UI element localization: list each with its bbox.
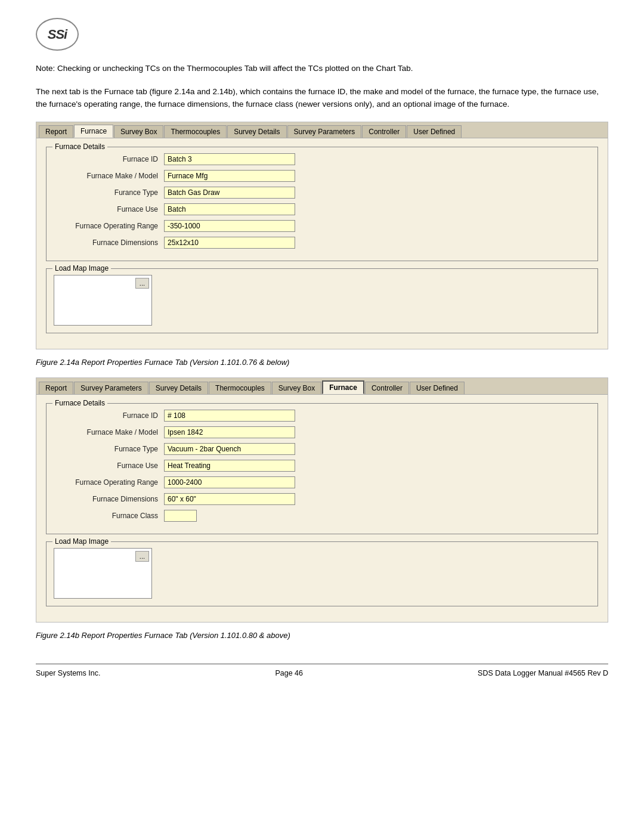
logo: SSi [36,18,79,51]
figure-b-body: Furnace Details Furnace ID Furnace Make … [36,395,608,622]
figure-b-browse-button[interactable]: ... [135,551,149,562]
tab-b-surveyparams[interactable]: Survey Parameters [74,382,148,394]
input-furnace-make-a[interactable] [164,170,295,182]
tab-b-furnace[interactable]: Furnace [322,380,364,394]
logo-text: SSi [48,27,67,42]
input-furnace-class-b[interactable] [164,510,197,522]
input-furnace-id-b[interactable] [164,410,295,422]
figure-a-furnace-details-label: Furnace Details [52,143,107,151]
figure-b-furnace-details-group: Furnace Details Furnace ID Furnace Make … [46,403,598,534]
figure-b-caption: Figure 2.14b Report Properties Furnace T… [36,631,608,640]
intro-paragraph: The next tab is the Furnace tab (figure … [36,86,608,111]
figure-b-tab-bar: Report Survey Parameters Survey Details … [36,378,608,395]
row-furnace-make-a: Furnace Make / Model [54,170,590,182]
row-furnace-use-b: Furnace Use [54,460,590,472]
tab-b-surveydetails[interactable]: Survey Details [149,382,208,394]
row-furnace-dims-a: Furnace Dimensions [54,237,590,249]
tab-b-controller[interactable]: Controller [365,382,409,394]
tab-a-surveydetails[interactable]: Survey Details [227,125,286,138]
input-furnace-use-b[interactable] [164,460,295,472]
row-furnace-type-b: Furnace Type [54,443,590,455]
label-furnace-type-b: Furnace Type [54,445,164,453]
figure-a-container: Report Furnace Survey Box Thermocouples … [36,122,608,349]
tab-a-surveyparams[interactable]: Survey Parameters [287,125,362,138]
tab-a-thermocouples[interactable]: Thermocouples [164,125,227,138]
row-furnace-dims-b: Furnace Dimensions [54,493,590,505]
row-furnace-class-b: Furnace Class [54,510,590,522]
footer-center: Page 46 [275,669,303,677]
row-furnace-id-b: Furnace ID [54,410,590,422]
figure-b-container: Report Survey Parameters Survey Details … [36,377,608,623]
label-furnace-use-a: Furnace Use [54,205,164,213]
figure-b-loadmap-group: Load Map Image ... [46,541,598,606]
figure-a-tab-bar: Report Furnace Survey Box Thermocouples … [36,122,608,138]
label-furnace-id-b: Furnace ID [54,411,164,420]
input-furnace-id-a[interactable] [164,153,295,165]
row-furnace-use-a: Furnace Use [54,203,590,215]
note-paragraph: Note: Checking or unchecking TCs on the … [36,63,608,75]
label-furnace-make-b: Furnace Make / Model [54,428,164,436]
figure-a-browse-button[interactable]: ... [135,278,149,289]
figure-b-image-placeholder: ... [54,548,152,599]
figure-a-loadmap-group: Load Map Image ... [46,268,598,333]
label-furnace-use-b: Furnace Use [54,462,164,470]
input-furnace-type-a[interactable] [164,187,295,199]
tab-b-surveybox[interactable]: Survey Box [272,382,321,394]
tab-a-furnace[interactable]: Furnace [74,125,113,138]
row-furnace-type-a: Furance Type [54,187,590,199]
label-furnace-dims-b: Furnace Dimensions [54,495,164,503]
figure-b-furnace-details-label: Furnace Details [52,399,107,407]
figure-a-image-placeholder: ... [54,275,152,326]
tab-b-userdefined[interactable]: User Defined [410,382,465,394]
input-furnace-dims-b[interactable] [164,493,295,505]
input-furnace-dims-a[interactable] [164,237,295,249]
label-furnace-range-b: Furnace Operating Range [54,478,164,487]
label-furnace-range-a: Furnace Operating Range [54,222,164,230]
tab-b-thermocouples[interactable]: Thermocouples [209,382,271,394]
label-furnace-make-a: Furnace Make / Model [54,172,164,180]
footer-right: SDS Data Logger Manual #4565 Rev D [478,669,608,677]
tab-a-surveybox[interactable]: Survey Box [114,125,163,138]
page: SSi Note: Checking or unchecking TCs on … [0,0,644,713]
figure-a-loadmap-label: Load Map Image [52,264,111,272]
tab-b-report[interactable]: Report [39,382,73,394]
label-furnace-class-b: Furnace Class [54,512,164,520]
footer-left: Super Systems Inc. [36,669,100,677]
figure-b-loadmap-label: Load Map Image [52,537,111,546]
tab-a-userdefined[interactable]: User Defined [407,125,462,138]
footer: Super Systems Inc. Page 46 SDS Data Logg… [36,664,608,677]
label-furnace-type-a: Furance Type [54,188,164,197]
row-furnace-range-a: Furnace Operating Range [54,220,590,232]
figure-a-body: Furnace Details Furnace ID Furnace Make … [36,138,608,349]
input-furnace-use-a[interactable] [164,203,295,215]
tab-a-report[interactable]: Report [39,125,73,138]
input-furnace-make-b[interactable] [164,426,295,438]
logo-area: SSi [36,18,608,51]
tab-a-controller[interactable]: Controller [362,125,406,138]
row-furnace-range-b: Furnace Operating Range [54,476,590,488]
row-furnace-make-b: Furnace Make / Model [54,426,590,438]
input-furnace-range-a[interactable] [164,220,295,232]
row-furnace-id-a: Furnace ID [54,153,590,165]
label-furnace-dims-a: Furnace Dimensions [54,239,164,247]
figure-a-furnace-details-group: Furnace Details Furnace ID Furnace Make … [46,147,598,261]
input-furnace-range-b[interactable] [164,476,295,488]
input-furnace-type-b[interactable] [164,443,295,455]
figure-a-caption: Figure 2.14a Report Properties Furnace T… [36,358,608,367]
label-furnace-id-a: Furnace ID [54,155,164,163]
